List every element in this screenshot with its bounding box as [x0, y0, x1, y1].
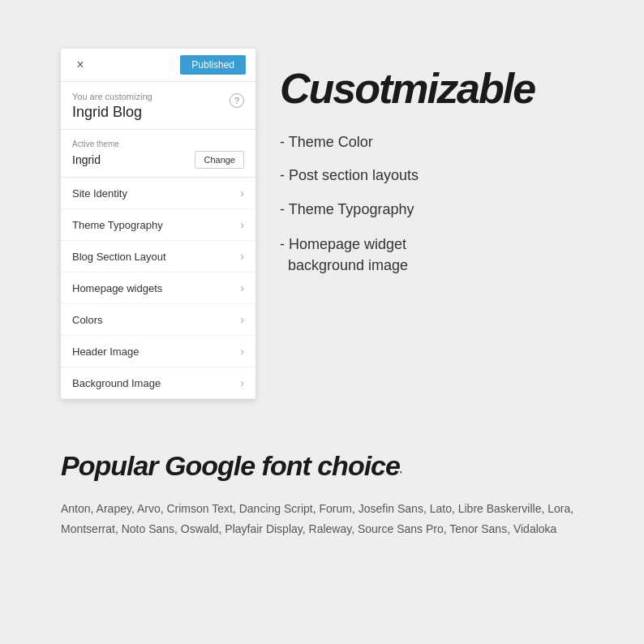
active-theme-name: Ingrid	[72, 153, 101, 166]
feature-item-typography: - Theme Typography	[280, 200, 612, 219]
menu-item-blog-section-layout[interactable]: Blog Section Layout›	[61, 241, 255, 273]
customizer-menu: Site Identity›Theme Typography›Blog Sect…	[61, 178, 255, 399]
customizing-section: You are customizing Ingrid Blog ?	[61, 82, 255, 130]
help-icon[interactable]: ?	[230, 93, 244, 108]
menu-item-site-identity[interactable]: Site Identity›	[61, 178, 255, 209]
change-theme-button[interactable]: Change	[195, 151, 244, 169]
close-button[interactable]: ×	[71, 55, 90, 75]
menu-item-homepage-widgets[interactable]: Homepage widgets›	[61, 273, 255, 304]
chevron-right-icon: ›	[240, 218, 244, 231]
fonts-list: Anton, Arapey, Arvo, Crimson Text, Danci…	[61, 499, 583, 539]
svg-text:Popular Google font choices: Popular Google font choices	[61, 450, 401, 481]
customizing-title: Ingrid Blog	[72, 104, 152, 121]
published-button[interactable]: Published	[180, 55, 246, 75]
customizable-title-svg: Cusotmizable	[280, 53, 564, 114]
google-fonts-title-svg: Popular Google font choices	[61, 440, 401, 484]
feature-list: - Theme Color - Post section layouts - T…	[280, 133, 612, 276]
menu-item-theme-typography[interactable]: Theme Typography›	[61, 209, 255, 241]
chevron-right-icon: ›	[240, 281, 244, 294]
feature-item-color: - Theme Color	[280, 133, 612, 152]
google-fonts-title-container: Popular Google font choices	[61, 440, 583, 487]
bottom-section: Popular Google font choices Anton, Arape…	[0, 423, 644, 564]
feature-item-layouts: - Post section layouts	[280, 166, 612, 185]
menu-item-header-image[interactable]: Header Image›	[61, 336, 255, 367]
panel-header: × Published	[61, 49, 255, 82]
chevron-right-icon: ›	[240, 376, 244, 389]
customizable-title-container: Cusotmizable	[280, 53, 612, 117]
chevron-right-icon: ›	[240, 250, 244, 263]
active-theme-label: Active theme	[72, 140, 244, 148]
customizing-label: You are customizing	[72, 92, 152, 101]
feature-item-widget: - Homepage widget background image	[280, 234, 612, 276]
svg-text:Cusotmizable: Cusotmizable	[280, 65, 535, 112]
active-theme-section: Active theme Ingrid Change	[61, 130, 255, 178]
chevron-right-icon: ›	[240, 313, 244, 326]
menu-item-background-image[interactable]: Background Image›	[61, 367, 255, 399]
chevron-right-icon: ›	[240, 345, 244, 358]
chevron-right-icon: ›	[240, 187, 244, 200]
customizer-panel: × Published You are customizing Ingrid B…	[61, 49, 255, 399]
menu-item-colors[interactable]: Colors›	[61, 304, 255, 336]
right-section: Cusotmizable - Theme Color - Post sectio…	[280, 49, 612, 399]
